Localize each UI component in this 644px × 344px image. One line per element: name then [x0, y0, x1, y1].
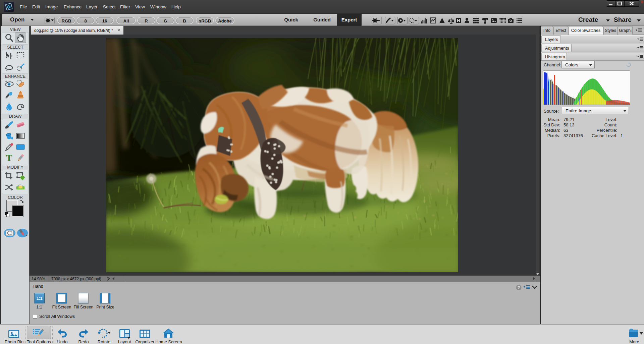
svg-text:?: ?: [518, 285, 520, 290]
svg-text:T: T: [6, 153, 12, 163]
